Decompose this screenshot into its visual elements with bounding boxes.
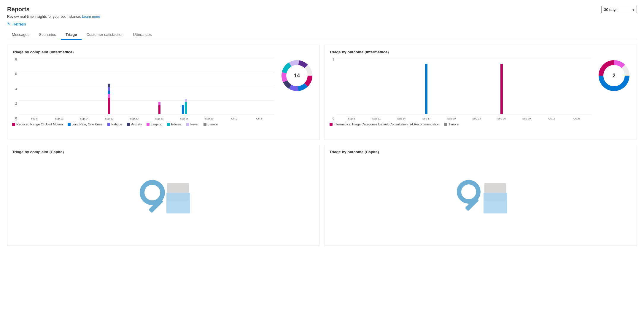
learn-more-link[interactable]: Learn more — [82, 15, 100, 19]
triage-complaint-capita-empty — [12, 158, 315, 241]
tab-scenarios[interactable]: Scenarios — [34, 30, 61, 40]
triage-outcome-infermedica-chart: 10 — [330, 58, 632, 135]
legend-limping: Limping — [151, 122, 162, 126]
refresh-icon: ↻ — [7, 22, 11, 26]
legend-fatigue: Fatigue — [112, 122, 123, 126]
tab-customer-satisfaction[interactable]: Customer satisfaction — [82, 30, 128, 40]
tab-messages[interactable]: Messages — [7, 30, 34, 40]
triage-complaint-capita-title: Triage by complaint (Capita) — [12, 150, 315, 154]
triage-complaint-infermedica-chart: 86420 — [12, 58, 315, 135]
date-range-selector[interactable]: 30 days 7 days 14 days 60 days 90 days — [601, 6, 637, 13]
tab-bar: Messages Scenarios Triage Customer satis… — [7, 30, 637, 40]
legend-edema: Edema — [171, 122, 182, 126]
triage-complaint-capita-panel: Triage by complaint (Capita) — [7, 145, 320, 246]
triage-complaint-infermedica-title: Triage by complaint (Infermedica) — [12, 50, 315, 54]
outcome-infermedica-legend: Infermedica.Triage.Categories.Default.Co… — [330, 122, 632, 126]
svg-text:2: 2 — [613, 73, 616, 79]
complaint-infermedica-legend: Reduced Range Of Joint Motion Joint Pain… — [12, 122, 315, 126]
page-title: Reports — [7, 6, 637, 13]
legend-outcome-more: 1 more — [449, 122, 459, 126]
legend-more-complaint: 3 more — [208, 122, 218, 126]
legend-joint-pain: Joint Pain, One Knee — [72, 122, 103, 126]
date-range-select[interactable]: 30 days 7 days 14 days 60 days 90 days — [601, 6, 637, 13]
page-subtitle: Review real-time insights for your bot i… — [7, 15, 637, 19]
triage-outcome-capita-panel: Triage by outcome (Capita) — [325, 145, 637, 246]
triage-outcome-infermedica-panel: Triage by outcome (Infermedica) 10 — [325, 45, 637, 140]
chart-content-complaint: Sep 8 Sep 11 Sep 14 Sep 17 Sep 20 Sep 23… — [19, 58, 274, 120]
chart-content-outcome: Sep 8 Sep 11 Sep 14 Sep 17 Sep 20 Sep 23… — [337, 58, 592, 120]
legend-infermedica-consultation: Infermedica.Triage.Categories.Default.Co… — [334, 122, 440, 126]
charts-grid: Triage by complaint (Infermedica) 86420 — [7, 45, 637, 246]
triage-outcome-capita-title: Triage by outcome (Capita) — [330, 150, 632, 154]
legend-reduced-range: Reduced Range Of Joint Motion — [16, 122, 63, 126]
triage-outcome-capita-empty — [330, 158, 632, 241]
refresh-button[interactable]: ↻ Refresh — [7, 22, 26, 26]
legend-anxiety: Anxiety — [131, 122, 142, 126]
triage-complaint-infermedica-panel: Triage by complaint (Infermedica) 86420 — [7, 45, 320, 140]
y-axis-complaint: 86420 — [12, 58, 19, 120]
triage-outcome-infermedica-title: Triage by outcome (Infermedica) — [330, 50, 632, 54]
svg-text:14: 14 — [294, 73, 300, 79]
y-axis-outcome: 10 — [330, 58, 337, 120]
tab-utterances[interactable]: Utterances — [128, 30, 156, 40]
legend-fever: Fever — [190, 122, 199, 126]
tab-triage[interactable]: Triage — [61, 30, 82, 40]
